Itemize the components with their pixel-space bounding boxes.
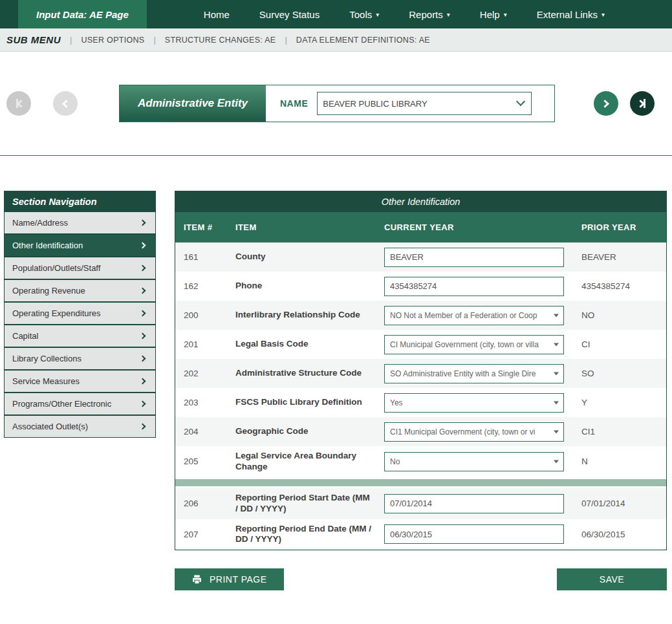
current-year-select[interactable]: SO Administrative Entity with a Single D…: [384, 364, 564, 383]
nav-menu-item[interactable]: Tools ▾: [349, 9, 379, 20]
entity-name-select[interactable]: BEAVER PUBLIC LIBRARY: [317, 92, 532, 115]
column-header-prior-year: PRIOR YEAR: [573, 212, 666, 242]
item-number: 204: [175, 422, 227, 441]
print-page-label: PRINT PAGE: [210, 574, 267, 585]
entity-select-wrap: BEAVER PUBLIC LIBRARY: [317, 92, 532, 115]
current-year-cell: SO Administrative Entity with a Single D…: [376, 360, 573, 388]
next-record-button[interactable]: [594, 91, 618, 116]
nav-menu-item[interactable]: Reports ▾: [409, 9, 450, 20]
item-number: 200: [175, 306, 227, 325]
chevron-right-icon: [140, 288, 146, 294]
current-year-select[interactable]: CI1 Municipal Government (city, town or …: [384, 422, 564, 442]
current-year-cell: NO Not a Member of a Federation or Coop: [376, 301, 573, 330]
sidebar-item[interactable]: Name/Address: [5, 212, 155, 235]
item-label: Reporting Period Start Date (MM / DD / Y…: [227, 488, 376, 519]
current-year-input[interactable]: [384, 524, 564, 544]
current-year-cell: No: [376, 447, 573, 476]
first-record-button[interactable]: [6, 91, 31, 116]
submenu-item[interactable]: DATA ELEMENT DEFINITIONS: AE: [296, 36, 430, 45]
submenu-bar: SUB MENU |USER OPTIONS|STRUCTURE CHANGES…: [0, 28, 672, 52]
sidebar-item[interactable]: Associated Outlet(s): [5, 416, 155, 437]
item-label: County: [227, 247, 376, 267]
chevron-right-icon: [140, 378, 146, 385]
item-number: 162: [175, 277, 227, 296]
current-year-select[interactable]: CI Municipal Government (city, town or v…: [384, 335, 564, 354]
sidebar-item[interactable]: Operating Revenue: [5, 280, 155, 303]
prior-year-value: 4354385274: [573, 277, 666, 296]
sidebar-item[interactable]: Programs/Other Electronic: [5, 393, 155, 416]
entity-title: Administrative Entity: [120, 85, 266, 122]
submenu-item[interactable]: STRUCTURE CHANGES: AE: [165, 36, 276, 45]
chevron-right-icon: [140, 242, 146, 249]
submenu-title: SUB MENU: [6, 34, 61, 45]
table-row: 201Legal Basis CodeCI Municipal Governme…: [175, 330, 666, 359]
prior-year-value: NO: [573, 306, 666, 325]
current-year-select[interactable]: NO Not a Member of a Federation or Coop: [384, 306, 564, 325]
current-year-cell: [376, 520, 573, 548]
item-number: 201: [175, 335, 227, 354]
data-table-panel: Other Identification ITEM # ITEM CURRENT…: [175, 191, 667, 550]
save-button[interactable]: SAVE: [557, 568, 667, 590]
sidebar-item[interactable]: Population/Outlets/Staff: [5, 257, 155, 280]
prior-year-value: BEAVER: [573, 248, 666, 266]
caret-down-icon: ▾: [447, 11, 450, 18]
sidebar-header: Section Navigation: [5, 191, 155, 212]
table-row: 161CountyBEAVER: [175, 242, 666, 272]
table-separator: [175, 479, 666, 486]
chevron-right-icon: [140, 333, 146, 339]
nav-menu-item[interactable]: Survey Status: [259, 9, 320, 20]
tab-input-data-ae-page[interactable]: Input Data: AE Page: [18, 0, 147, 28]
sidebar-item[interactable]: Service Measures: [5, 371, 155, 393]
item-label: Interlibrary Relationship Code: [227, 305, 376, 325]
print-page-button[interactable]: PRINT PAGE: [175, 568, 284, 590]
current-year-cell: [376, 243, 573, 272]
last-record-button[interactable]: [630, 91, 655, 116]
prior-year-value: CI: [573, 335, 666, 354]
nav-menu-item[interactable]: Home: [204, 9, 230, 20]
item-number: 207: [175, 525, 227, 544]
top-navbar: Input Data: AE Page Home Survey Status T…: [0, 0, 672, 28]
chevron-right-icon: [140, 401, 146, 407]
caret-down-icon: ▾: [376, 11, 379, 18]
section-navigation-sidebar: Section Navigation Name/Address Other Id…: [4, 191, 156, 438]
current-year-select-wrap: No: [384, 452, 564, 471]
prior-year-value: 07/01/2014: [573, 494, 666, 513]
name-label: NAME: [280, 98, 308, 109]
main-content: Section Navigation Name/Address Other Id…: [0, 156, 672, 550]
current-year-cell: [376, 272, 573, 301]
chevron-right-icon: [140, 356, 146, 362]
sidebar-item[interactable]: Capital: [5, 325, 155, 348]
column-header-item-number: ITEM #: [175, 212, 227, 242]
sidebar-item[interactable]: Other Identification: [5, 235, 155, 257]
table-row: 202Administrative Structure CodeSO Admin…: [175, 359, 666, 388]
item-label: FSCS Public Library Definition: [227, 393, 376, 413]
current-year-input[interactable]: [384, 248, 564, 267]
save-label: SAVE: [600, 574, 624, 585]
current-year-input[interactable]: [384, 277, 564, 296]
submenu-item[interactable]: USER OPTIONS: [81, 36, 144, 45]
item-number: 202: [175, 364, 227, 383]
submenu-separator: |: [153, 35, 155, 45]
caret-down-icon: ▾: [602, 11, 605, 18]
chevron-right-icon: [140, 424, 146, 430]
current-year-select[interactable]: Yes: [384, 393, 564, 413]
sidebar-item[interactable]: Library Collections: [5, 348, 155, 371]
table-row: 206Reporting Period Start Date (MM / DD …: [175, 488, 666, 519]
current-year-select-wrap: CI1 Municipal Government (city, town or …: [384, 422, 564, 442]
current-year-input[interactable]: [384, 494, 564, 513]
table-body: 161CountyBEAVER162Phone4354385274200Inte…: [175, 242, 666, 550]
item-number: 203: [175, 393, 227, 412]
previous-record-button[interactable]: [53, 91, 78, 116]
nav-menu-item[interactable]: External Links ▾: [537, 9, 605, 20]
prior-year-value: N: [573, 452, 666, 471]
current-year-select-wrap: SO Administrative Entity with a Single D…: [384, 364, 564, 383]
nav-menu-item[interactable]: Help ▾: [480, 9, 507, 20]
table-row: 162Phone4354385274: [175, 272, 666, 301]
chevron-right-icon: [140, 220, 146, 226]
current-year-select[interactable]: No: [384, 452, 564, 471]
column-header-item: ITEM: [227, 212, 376, 242]
column-header-current-year: CURRENT YEAR: [376, 212, 573, 242]
record-nav-section: Administrative Entity NAME BEAVER PUBLIC…: [0, 52, 672, 155]
current-year-select-wrap: CI Municipal Government (city, town or v…: [384, 335, 564, 354]
sidebar-item[interactable]: Operating Expenditures: [5, 303, 155, 325]
